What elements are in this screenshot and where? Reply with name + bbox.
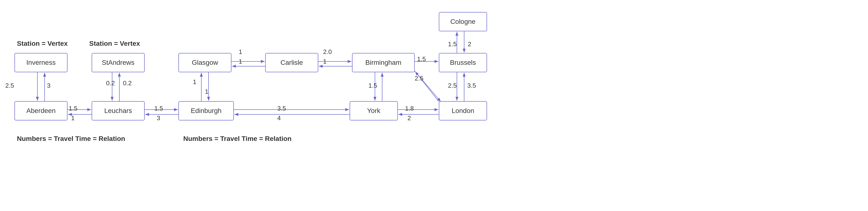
edge-label-leuchars-edinburgh-bottom: 3 [157,114,160,122]
node-glasgow: Glasgow [179,53,231,72]
edge-label-birmingham-london-1: 2.5 [415,75,424,82]
annotation-station-vertex-1: Station = Vertex [17,40,68,47]
node-aberdeen: Aberdeen [14,101,67,120]
edge-label-standrews-leuchars-right: 0.2 [123,79,132,87]
annotation-numbers-relation-2: Numbers = Travel Time = Relation [183,135,291,143]
node-cologne: Cologne [439,12,487,31]
node-inverness: Inverness [14,53,67,72]
edge-label-edinburgh-glasgow-right: 1 [205,88,208,95]
edge-label-edinburgh-york-top: 3.5 [277,105,286,112]
edge-label-leuchars-edinburgh-top: 1.5 [154,105,163,112]
edge-label-edinburgh-glasgow-left: 1 [193,78,196,86]
edge-label-glasgow-carlisle-bottom: 1 [239,58,242,65]
edge-label-birmingham-brussels: 1.5 [417,56,426,63]
annotation-numbers-relation-1: Numbers = Travel Time = Relation [17,135,125,143]
edge-label-birmingham-york-left: 1.5 [368,82,377,90]
edge-label-glasgow-carlisle-top: 1 [239,48,242,56]
edge-label-aberdeen-leuchars-bottom: 1 [71,114,74,122]
node-brussels: Brussels [439,53,487,72]
edge-label-inverness-aberdeen-right: 3 [47,82,51,90]
edge-label-carlisle-birmingham-top: 2.0 [323,48,332,56]
node-carlisle: Carlisle [265,53,318,72]
edge-label-standrews-leuchars-left: 0.2 [106,79,115,87]
edge-label-cologne-brussels-right: 2 [468,40,471,48]
node-leuchars: Leuchars [92,101,145,120]
annotation-station-vertex-2: Station = Vertex [89,40,140,47]
diagram-container: Inverness Aberdeen StAndrews Leuchars Ed… [0,0,868,211]
node-london: London [439,101,487,120]
edge-label-aberdeen-leuchars-top: 1.5 [69,105,78,112]
edge-label-edinburgh-york-bottom: 4 [277,114,281,122]
node-edinburgh: Edinburgh [179,101,234,120]
edge-label-brussels-london-left: 2.5 [448,82,457,90]
edge-label-cologne-brussels-left: 1.5 [448,40,457,48]
edge-label-york-london-bottom: 2 [407,114,411,122]
edge-label-brussels-london-right: 3.5 [467,82,476,90]
node-standrews: StAndrews [92,53,145,72]
edge-label-york-london-top: 1.8 [405,105,414,112]
node-york: York [350,101,398,120]
edge-label-carlisle-birmingham-bottom: 1 [323,58,327,65]
node-birmingham: Birmingham [352,53,415,72]
edge-label-inverness-aberdeen-left: 2.5 [5,82,14,90]
